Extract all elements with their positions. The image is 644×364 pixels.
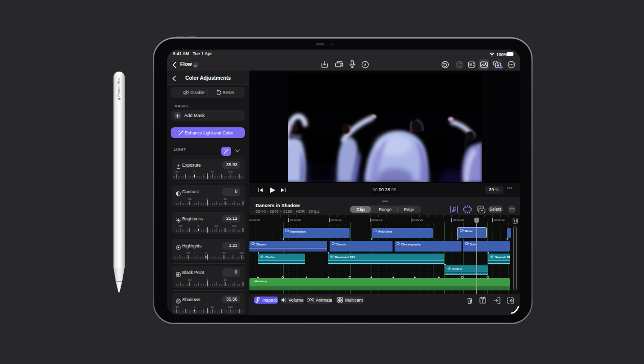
svg-text:100%: 100% [496, 52, 508, 57]
